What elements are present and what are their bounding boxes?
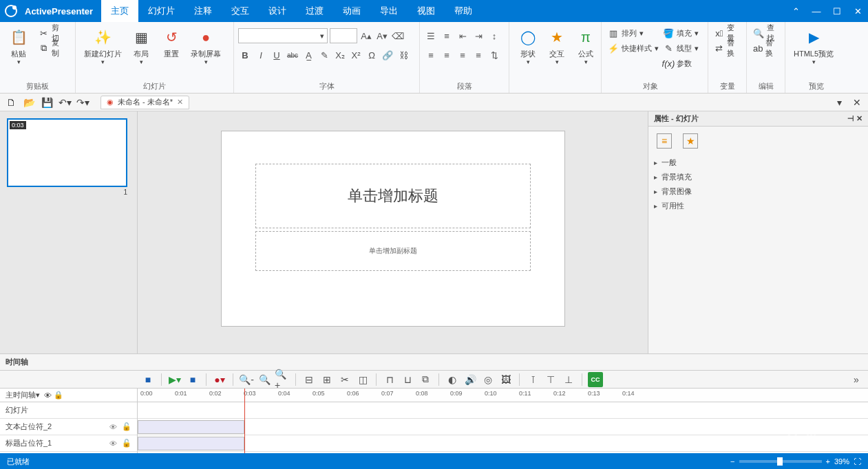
bullet-list-icon[interactable]: ☰ [424, 29, 438, 43]
align-justify-icon[interactable]: ≡ [472, 48, 485, 62]
pin-icon[interactable]: ⊣ [847, 114, 854, 123]
marker3-icon[interactable]: ⊥ [561, 372, 576, 387]
canvas[interactable]: 单击增加标题 单击增加副标题 [138, 111, 648, 353]
redo-icon[interactable]: ↷▾ [76, 96, 89, 109]
fit-screen-icon[interactable]: ⛶ [854, 457, 861, 466]
section-bgfill[interactable]: 背景填充 [648, 170, 868, 184]
menu-help[interactable]: 帮助 [445, 0, 482, 22]
panel-menu-icon[interactable]: ▾ [832, 96, 846, 109]
menu-home[interactable]: 主页 [101, 0, 138, 22]
menu-slide[interactable]: 幻灯片 [138, 0, 184, 22]
new-slide-button[interactable]: ✨新建幻灯片▾ [80, 25, 126, 67]
timeline-ruler[interactable]: 0:00 0:01 0:02 0:03 0:04 0:05 0:06 0:07 … [138, 389, 868, 402]
group-icon[interactable]: ⧉ [418, 372, 433, 387]
record-tl-icon[interactable]: ●▾ [212, 372, 227, 387]
replace-button[interactable]: ab替换 [751, 41, 781, 55]
lane-text-2[interactable] [138, 419, 868, 435]
font-size-select[interactable] [330, 28, 357, 43]
quickstyle-button[interactable]: ⚡快捷样式▾ [606, 41, 661, 55]
snap-icon[interactable]: ⊓ [382, 372, 397, 387]
stop-icon[interactable]: ■ [185, 372, 200, 387]
track-text-2[interactable]: 文本占位符_2👁🔓 [0, 419, 137, 435]
layout-button[interactable]: ▦布局▾ [126, 25, 156, 67]
image-icon[interactable]: 🖼 [498, 372, 514, 387]
cut-range-icon[interactable]: ✂ [337, 372, 352, 387]
indent-right-icon[interactable]: ⇥ [472, 29, 485, 43]
font-family-select[interactable]: ▾ [238, 28, 328, 43]
font-color-icon[interactable]: A̲ [301, 48, 315, 62]
align-center-icon[interactable]: ≡ [440, 48, 454, 62]
menu-interact[interactable]: 交互 [222, 0, 259, 22]
section-general[interactable]: 一般 [648, 155, 868, 170]
close-panel-icon[interactable]: ✕ [856, 114, 862, 123]
split-icon[interactable]: ⊟ [301, 372, 317, 387]
zoom-in-icon[interactable]: + [826, 457, 830, 466]
track-slide[interactable]: 幻灯片 [0, 402, 137, 419]
fill-button[interactable]: 🪣填充▾ [661, 26, 701, 40]
param-button[interactable]: f(x)参数 [661, 56, 694, 70]
bold-button[interactable]: B [238, 48, 252, 62]
clip-text-2[interactable] [138, 420, 244, 434]
line-spacing-icon[interactable]: ↕ [487, 29, 501, 43]
thumbnail-1[interactable]: 0:03 [7, 118, 127, 187]
record-screen-button[interactable]: ●录制屏幕▾ [187, 25, 225, 67]
collapse-ribbon-icon[interactable]: ⌃ [785, 0, 806, 22]
properties-tab-general-icon[interactable]: ≡ [657, 133, 672, 149]
number-list-icon[interactable]: ≡ [440, 29, 454, 43]
menu-view[interactable]: 视图 [407, 0, 445, 22]
fade-icon[interactable]: ◐ [445, 372, 460, 387]
arrange-button[interactable]: ▥排列▾ [606, 26, 646, 40]
reset-button[interactable]: ↺重置 [156, 25, 187, 60]
maximize-icon[interactable]: ☐ [827, 0, 847, 22]
section-avail[interactable]: 可用性 [648, 199, 868, 213]
strike-button[interactable]: abc [286, 48, 299, 62]
open-icon[interactable]: 📂 [22, 96, 36, 109]
menu-annotate[interactable]: 注释 [184, 0, 222, 22]
indent-left-icon[interactable]: ⇤ [456, 29, 469, 43]
zoom-out-tl-icon[interactable]: 🔍- [239, 372, 254, 387]
align-right-icon[interactable]: ≡ [456, 48, 469, 62]
undo-icon[interactable]: ↶▾ [58, 96, 72, 109]
omega-icon[interactable]: Ω [365, 48, 379, 62]
underline-button[interactable]: U [270, 48, 284, 62]
zoom-fit-tl-icon[interactable]: 🔍 [257, 372, 272, 387]
marker2-icon[interactable]: ⊤ [543, 372, 558, 387]
unlink-icon[interactable]: ⛓ [396, 48, 410, 62]
highlight-icon[interactable]: ✎ [317, 48, 331, 62]
panel-close-icon[interactable]: ✕ [850, 96, 864, 109]
title-placeholder[interactable]: 单击增加标题 [255, 164, 531, 228]
subtitle-placeholder[interactable]: 单击增加副标题 [255, 231, 531, 271]
menu-transition[interactable]: 过渡 [296, 0, 333, 22]
lane-slide[interactable] [138, 402, 868, 419]
menu-animation[interactable]: 动画 [333, 0, 370, 22]
section-bgimage[interactable]: 背景图像 [648, 184, 868, 199]
document-tab[interactable]: ◉ 未命名 - 未命名* ✕ [100, 96, 189, 109]
cc-icon[interactable]: CC [588, 372, 603, 387]
slide[interactable]: 单击增加标题 单击增加副标题 [221, 131, 565, 327]
menu-export[interactable]: 导出 [370, 0, 407, 22]
subscript-icon[interactable]: X₂ [333, 48, 347, 62]
italic-button[interactable]: I [254, 48, 268, 62]
formula-button[interactable]: π公式▾ [571, 25, 600, 67]
line-button[interactable]: ✎线型▾ [661, 41, 701, 55]
effect-icon[interactable]: ◎ [480, 372, 496, 387]
play-icon[interactable]: ▶▾ [167, 372, 182, 387]
increase-font-icon[interactable]: A▴ [359, 29, 373, 43]
minimize-icon[interactable]: — [806, 0, 827, 22]
lane-title-1[interactable] [138, 435, 868, 452]
html5-preview-button[interactable]: ▶HTML5预览▾ [790, 25, 838, 67]
main-timeline-select[interactable]: 主时间轴▾ 👁 🔒 [0, 389, 137, 402]
marker1-icon[interactable]: ⊺ [525, 372, 540, 387]
decrease-font-icon[interactable]: A▾ [375, 29, 389, 43]
track-title-1[interactable]: 标题占位符_1👁🔓 [0, 435, 137, 452]
crop-icon[interactable]: ◫ [355, 372, 370, 387]
close-icon[interactable]: ✕ [847, 0, 868, 22]
goto-start-icon[interactable]: ■ [140, 372, 156, 387]
copy-button[interactable]: ⧉复制 [36, 41, 68, 55]
playhead[interactable] [244, 389, 245, 453]
shapes-button[interactable]: ◯形状▾ [514, 25, 542, 67]
clip-title-1[interactable] [138, 437, 244, 450]
zoom-slider[interactable] [739, 460, 822, 463]
replace-var-button[interactable]: ⇄替换 [712, 41, 742, 55]
new-doc-icon[interactable]: 🗋 [4, 96, 18, 109]
